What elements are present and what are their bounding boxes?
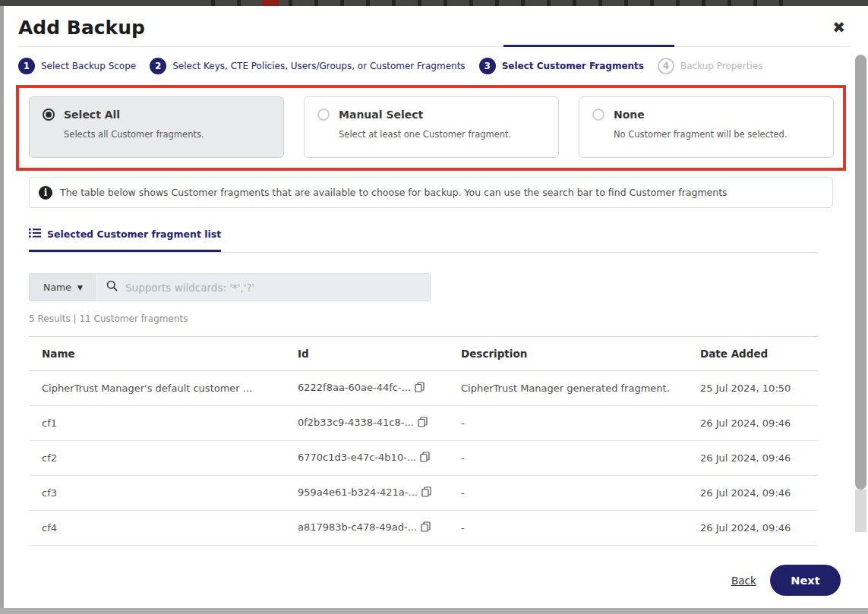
cell-name: cf3 [29, 476, 285, 511]
table-row[interactable]: cf3 959a4e61-b324-421a-... - 26 Jul 2024… [29, 476, 818, 511]
step-3-number-badge: 3 [479, 58, 496, 74]
table-row[interactable]: cf2 6770c1d3-e47c-4b10-... - 26 Jul 2024… [29, 441, 818, 476]
scrollbar-track [855, 490, 866, 532]
customer-fragments-table: Name Id Description Date Added CipherTru… [29, 336, 818, 546]
cell-date-added: 26 Jul 2024, 09:46 [687, 441, 818, 476]
wizard-stepper: 1 Select Backup Scope 2 Select Keys, CTE… [18, 58, 762, 74]
step-4-label: Backup Properties [680, 61, 762, 71]
cell-id: 6770c1d3-e47c-4b10-... [285, 441, 448, 476]
cell-description: - [448, 441, 687, 476]
option-description: Select at least one Customer fragment. [339, 129, 545, 140]
step-1-label: Select Backup Scope [41, 61, 136, 71]
chevron-down-icon: ▼ [77, 284, 83, 291]
step-1-number-badge: 1 [18, 58, 35, 74]
cell-description: - [448, 476, 687, 511]
step-3-label: Select Customer Fragments [502, 61, 644, 71]
step-2-label: Select Keys, CTE Policies, Users/Groups,… [172, 61, 465, 71]
option-label: None [614, 109, 645, 121]
search-icon [106, 280, 118, 294]
table-row[interactable]: cf1 0f2b33c9-4338-41c8-... - 26 Jul 2024… [29, 406, 818, 441]
cell-name: CipherTrust Manager's default customer .… [29, 371, 285, 406]
cell-description: - [448, 406, 687, 441]
option-description: No Customer fragment will be selected. [614, 129, 820, 140]
copy-icon[interactable] [418, 417, 428, 430]
results-summary: 5 Results | 11 Customer fragments [29, 313, 188, 324]
add-backup-modal: Add Backup ✖ 1 Select Backup Scope 2 Sel… [0, 0, 868, 614]
radio-unselected-icon[interactable] [592, 109, 604, 121]
copy-icon[interactable] [415, 382, 425, 395]
clipped-background-red-fragment [262, 0, 279, 6]
table-row[interactable]: cf4 a817983b-c478-49ad-... - 26 Jul 2024… [29, 511, 818, 546]
step-4-number-badge: 4 [658, 58, 674, 74]
header-divider [18, 46, 850, 47]
next-button[interactable]: Next [770, 565, 841, 596]
step-select-backup-scope[interactable]: 1 Select Backup Scope [18, 58, 136, 74]
radio-unselected-icon[interactable] [317, 109, 330, 121]
column-header-date-added: Date Added [687, 337, 818, 371]
option-label: Select All [64, 109, 120, 121]
window-border-bottom [0, 608, 868, 614]
scope-option-cards: Select All Selects all Customer fragment… [29, 96, 834, 158]
cell-description: - [448, 511, 687, 546]
radio-selected-icon[interactable] [43, 109, 55, 121]
cell-id: 959a4e61-b324-421a-... [285, 476, 448, 511]
table-header-row: Name Id Description Date Added [29, 337, 818, 371]
copy-icon[interactable] [421, 521, 431, 534]
search-field-value: Name [43, 282, 71, 293]
step-select-keys[interactable]: 2 Select Keys, CTE Policies, Users/Group… [150, 58, 465, 74]
info-banner-text: The table below shows Customer fragments… [60, 187, 728, 198]
option-label: Manual Select [339, 109, 423, 121]
clipped-background-text [199, 0, 791, 6]
option-description: Selects all Customer fragments. [64, 129, 270, 140]
info-banner: i The table below shows Customer fragmen… [29, 177, 833, 208]
step-2-number-badge: 2 [150, 58, 166, 74]
cell-date-added: 26 Jul 2024, 09:46 [687, 476, 818, 511]
search-input[interactable] [125, 282, 421, 294]
cell-date-added: 26 Jul 2024, 09:46 [687, 511, 818, 546]
tab-label: Selected Customer fragment list [47, 228, 221, 240]
step-select-customer-fragments[interactable]: 3 Select Customer Fragments [479, 58, 644, 74]
search-bar: Name ▼ [29, 273, 431, 301]
cell-description: CipherTrust Manager generated fragment. [448, 371, 687, 406]
cell-name: cf1 [29, 406, 285, 441]
option-card-none[interactable]: None No Customer fragment will be select… [579, 96, 834, 158]
column-header-id: Id [285, 337, 448, 371]
tab-selected-customer-fragment-list[interactable]: Selected Customer fragment list [29, 228, 221, 252]
search-input-wrapper [97, 274, 430, 301]
cell-name: cf4 [29, 511, 285, 546]
list-icon [29, 228, 41, 241]
cell-id: 6222f8aa-60ae-44fc-... [285, 371, 448, 406]
copy-icon[interactable] [421, 486, 431, 499]
column-header-name: Name [29, 337, 285, 371]
copy-icon[interactable] [420, 452, 430, 464]
option-card-manual-select[interactable]: Manual Select Select at least one Custom… [304, 96, 559, 158]
cell-name: cf2 [29, 441, 285, 476]
table-row[interactable]: CipherTrust Manager's default customer .… [29, 371, 818, 406]
cell-date-added: 25 Jul 2024, 10:50 [687, 371, 818, 406]
info-icon: i [39, 186, 52, 200]
cell-id: a817983b-c478-49ad-... [285, 511, 448, 546]
scrollbar-thumb[interactable] [855, 55, 866, 490]
step-backup-properties[interactable]: 4 Backup Properties [658, 58, 762, 74]
tab-baseline [29, 252, 818, 253]
cell-id: 0f2b33c9-4338-41c8-... [285, 406, 448, 441]
window-border-left [0, 6, 4, 608]
column-header-description: Description [448, 337, 687, 371]
close-icon[interactable]: ✖ [832, 20, 845, 35]
page-title: Add Backup [18, 17, 145, 39]
search-field-dropdown[interactable]: Name ▼ [30, 274, 97, 301]
option-card-select-all[interactable]: Select All Selects all Customer fragment… [29, 96, 284, 158]
back-link[interactable]: Back [731, 575, 756, 587]
active-step-indicator-bar [503, 45, 674, 47]
clipped-background-strip [0, 0, 868, 6]
cell-date-added: 26 Jul 2024, 09:46 [687, 406, 818, 441]
